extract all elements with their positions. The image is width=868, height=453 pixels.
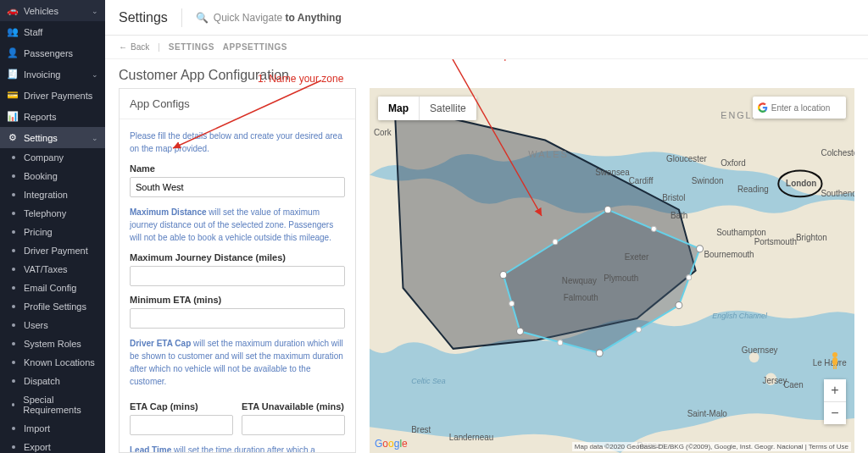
bullet-icon <box>12 427 15 430</box>
subnav-item-company[interactable]: Company <box>0 148 105 167</box>
label-southend: Southend-on <box>821 189 854 198</box>
bullet-icon <box>12 323 15 327</box>
nav-icon: 👥 <box>7 26 19 37</box>
vertex-handle[interactable] <box>500 272 507 279</box>
bullet-icon <box>12 212 15 215</box>
subnav-item-telephony[interactable]: Telephony <box>0 204 105 223</box>
mineta-input[interactable] <box>130 308 345 329</box>
zoom-out-button[interactable]: − <box>824 402 846 424</box>
nav-item-driver-payments[interactable]: 💳Driver Payments <box>0 85 105 106</box>
subnav-item-booking[interactable]: Booking <box>0 167 105 185</box>
bullet-icon <box>12 249 15 252</box>
subnav-item-export[interactable]: Export <box>0 438 105 453</box>
map-type-switch: Map Satellite <box>378 97 476 120</box>
subnav-item-known-locations[interactable]: Known Locations <box>0 353 105 372</box>
zoom-in-button[interactable]: + <box>824 379 846 401</box>
form-panel: App Configs Please fill the details belo… <box>119 88 356 453</box>
nav-item-vehicles[interactable]: 🚗Vehicles⌄ <box>0 0 105 21</box>
topbar: Settings 🔍 Quick Navigate to Anything <box>105 0 868 36</box>
name-input[interactable] <box>130 177 345 197</box>
nav-item-settings[interactable]: ⚙Settings⌄ <box>0 127 105 148</box>
label-cardiff: Cardiff <box>629 176 654 185</box>
subnav-item-pricing[interactable]: Pricing <box>0 223 105 241</box>
subnav-item-email-config[interactable]: Email Config <box>0 279 105 297</box>
label-swindon: Swindon <box>692 176 724 185</box>
pegman-icon[interactable] <box>824 350 846 372</box>
vertex-handle[interactable] <box>517 328 524 334</box>
vertex-handle[interactable] <box>604 207 611 213</box>
vertex-handle[interactable] <box>676 301 682 308</box>
chevron-down-icon: ⌄ <box>92 134 98 142</box>
crumb-sep: | <box>158 42 160 52</box>
chevron-down-icon: ⌄ <box>92 7 98 15</box>
search-icon: 🔍 <box>196 12 209 24</box>
vertex-handle[interactable] <box>697 246 704 252</box>
map-type-map[interactable]: Map <box>378 97 419 120</box>
label-falmouth: Falmouth <box>564 293 598 302</box>
subnav-item-driver-payment[interactable]: Driver Payment <box>0 241 105 260</box>
nav-label: Vehicles <box>24 6 58 16</box>
map-search[interactable] <box>753 97 846 119</box>
midpoint-handle[interactable] <box>651 226 656 231</box>
label-jersey: Jersey <box>763 376 787 385</box>
bullet-icon <box>12 342 15 345</box>
midpoint-handle[interactable] <box>558 340 563 345</box>
arrow-left-icon: ← <box>119 42 127 52</box>
subnav-label: Email Config <box>24 283 76 293</box>
mineta-label: Minimum ETA (mins) <box>130 295 345 305</box>
subnav-item-vat-taxes[interactable]: VAT/Taxes <box>0 260 105 279</box>
vertex-handle[interactable] <box>596 350 603 356</box>
bullet-icon <box>12 445 15 449</box>
map-search-input[interactable] <box>771 103 841 113</box>
subnav-item-dispatch[interactable]: Dispatch <box>0 372 105 390</box>
map-zoom: + − <box>824 379 846 424</box>
subnav-item-special-requirements[interactable]: Special Requirements <box>0 390 105 419</box>
nav-item-passengers[interactable]: 👤Passengers <box>0 42 105 64</box>
subnav-item-users[interactable]: Users <box>0 316 105 334</box>
label-channel: English Channel <box>712 312 768 320</box>
midpoint-handle[interactable] <box>687 275 692 280</box>
bullet-icon <box>12 379 15 383</box>
subnav-label: Driver Payment <box>24 246 88 256</box>
map-type-satellite[interactable]: Satellite <box>420 97 476 120</box>
nav-icon: 🚗 <box>7 5 19 16</box>
svg-rect-4 <box>832 357 837 365</box>
subnav-item-profile-settings[interactable]: Profile Settings <box>0 297 105 316</box>
map-attribution: Map data ©2020 GeoBasis-DE/BKG (©2009), … <box>572 442 851 451</box>
bullet-icon <box>12 230 15 234</box>
nav-label: Invoicing <box>24 69 60 80</box>
bullet-icon <box>12 156 15 159</box>
nav-icon: 📊 <box>7 111 19 122</box>
subnav-label: Import <box>24 423 50 434</box>
label-guernsey: Guernsey <box>742 345 778 355</box>
subnav-item-integration[interactable]: Integration <box>0 185 105 204</box>
etaunavail-input[interactable] <box>242 415 345 435</box>
bullet-icon <box>12 403 14 406</box>
subnav-item-import[interactable]: Import <box>0 419 105 438</box>
label-london: London <box>786 179 816 188</box>
subnav-item-system-roles[interactable]: System Roles <box>0 334 105 353</box>
back-link[interactable]: ← Back <box>119 42 149 52</box>
etacap-help: Driver ETA Cap will set the maximum dura… <box>130 337 345 388</box>
quick-navigate[interactable]: 🔍 Quick Navigate to Anything <box>196 12 342 24</box>
midpoint-handle[interactable] <box>509 301 515 306</box>
breadcrumb: ← Back | SETTINGS APPSETTINGS <box>105 36 868 59</box>
map-panel[interactable]: WALES ENGLAND Celtic Sea English Channel… <box>370 88 854 453</box>
annotation-2: 2. Draw the zone on the map <box>379 59 509 61</box>
nav-item-reports[interactable]: 📊Reports <box>0 106 105 127</box>
midpoint-handle[interactable] <box>637 327 642 332</box>
nav-icon: ⚙ <box>7 132 19 143</box>
chevron-down-icon: ⌄ <box>92 70 98 79</box>
nav-item-invoicing[interactable]: 🧾Invoicing⌄ <box>0 64 105 85</box>
crumb-settings[interactable]: SETTINGS <box>169 42 214 52</box>
midpoint-handle[interactable] <box>553 240 558 245</box>
subnav-label: Export <box>24 442 51 452</box>
nav-item-staff[interactable]: 👥Staff <box>0 21 105 42</box>
subnav-label: Known Locations <box>24 357 95 367</box>
map-canvas[interactable]: WALES ENGLAND Celtic Sea English Channel… <box>370 88 854 453</box>
etacap-input[interactable] <box>130 415 233 435</box>
crumb-appsettings[interactable]: APPSETTINGS <box>223 42 287 52</box>
maxdist-input[interactable] <box>130 266 345 286</box>
subnav-label: VAT/Taxes <box>24 264 68 274</box>
bullet-icon <box>12 268 15 271</box>
